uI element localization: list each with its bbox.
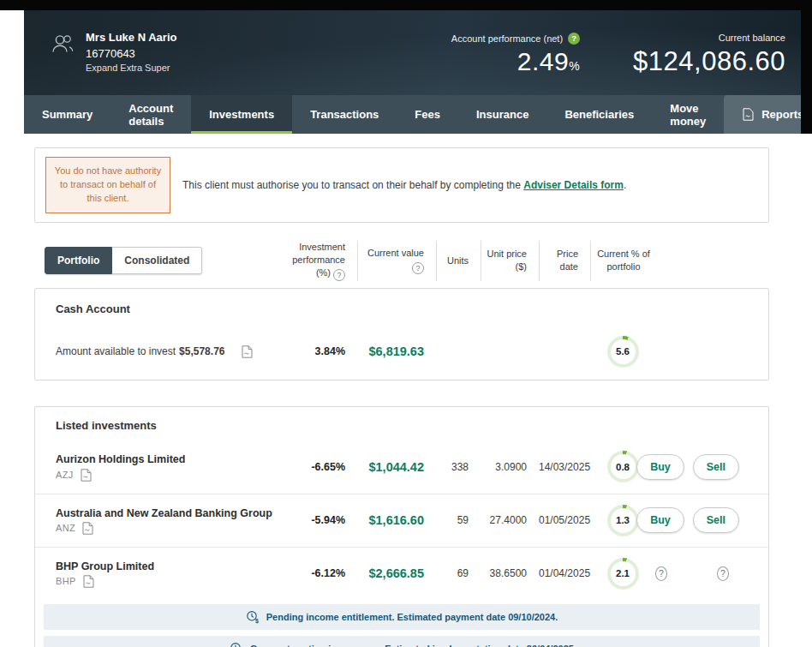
column-header-units: Units [437, 241, 481, 281]
cash-current-value: $6,819.63 [357, 344, 436, 358]
corporate-action-notice: $ Corporate action in progress. Estimate… [44, 636, 760, 647]
account-number: 16770643 [86, 46, 176, 63]
performance-unit: % [569, 59, 580, 73]
reports-button[interactable]: Reports [724, 95, 812, 134]
column-header-portfolio-pct: Current % of portfolio [591, 241, 656, 281]
sell-button[interactable]: Sell [693, 507, 739, 533]
investment-document-icon[interactable] [83, 575, 94, 588]
tab-investments[interactable]: Investments [191, 95, 292, 134]
available-to-invest: Amount available to invest $5,578.76 [45, 345, 284, 358]
account-performance-block: Account performance (net) ? 2.49% [451, 30, 580, 76]
portfolio-pct-donut: 2.1 [607, 558, 639, 590]
column-header-current-value: Current value? [358, 241, 437, 281]
product-name: Expand Extra Super [86, 62, 176, 75]
adviser-details-form-link[interactable]: Adviser Details form [523, 179, 624, 191]
column-header-performance: Investment performance (%)? [284, 241, 358, 281]
current-value-column-help-icon[interactable]: ? [412, 262, 424, 274]
investment-price-date: 14/03/2025 [539, 461, 590, 473]
investment-value: $2,666.85 [357, 566, 436, 580]
tab-insurance[interactable]: Insurance [458, 95, 546, 134]
investment-units: 69 [436, 567, 481, 579]
balance-label: Current balance [719, 33, 785, 43]
investment-unit-price: 3.0900 [481, 461, 539, 473]
investment-units: 59 [436, 514, 481, 526]
investment-price-date: 01/04/2025 [539, 567, 590, 579]
investment-performance: -6.65% [284, 461, 357, 473]
authority-message: This client must authorise you to transa… [182, 179, 626, 191]
available-amount: $5,578.76 [179, 345, 224, 357]
tab-account-details[interactable]: Account details [110, 95, 191, 134]
reports-label: Reports [761, 108, 803, 121]
investment-code: ANZ [56, 521, 75, 536]
investment-code: AZJ [56, 468, 74, 482]
tab-move-money[interactable]: Move money [652, 95, 724, 134]
authority-notice-card: You do not have authority to transact on… [34, 147, 769, 223]
column-header-price-date: Price date [540, 241, 591, 281]
listed-investments-title: Listed investments [35, 419, 768, 432]
investment-name: BHP Group Limited [56, 559, 284, 575]
portfolio-pct-donut: 1.3 [607, 505, 639, 536]
cash-account-title: Cash Account [45, 303, 758, 315]
client-name: Mrs Luke N Aario [86, 30, 176, 46]
investment-performance: -5.94% [284, 514, 357, 526]
authority-warning-badge: You do not have authority to transact on… [45, 157, 170, 213]
investment-price-date: 01/05/2025 [539, 514, 590, 526]
client-avatar-icon [50, 33, 75, 55]
consolidated-toggle-button[interactable]: Consolidated [112, 247, 202, 274]
investment-name: Aurizon Holdings Limited [56, 452, 284, 468]
buy-button[interactable]: Buy [636, 454, 684, 480]
report-document-icon [743, 108, 754, 121]
cash-account-card: Cash Account Amount available to invest … [34, 288, 769, 380]
investment-units: 338 [436, 461, 481, 473]
client-summary: Mrs Luke N Aario 16770643 Expand Extra S… [50, 30, 176, 76]
investment-unit-price: 27.4000 [481, 514, 539, 526]
cash-document-icon[interactable] [242, 345, 253, 358]
tab-transactions[interactable]: Transactions [292, 95, 397, 134]
investment-row-aurizon: Aurizon Holdings Limited AZJ -6.65% [35, 440, 768, 494]
pending-income-clock-icon: $ [246, 610, 260, 624]
column-header-unit-price: Unit price ($) [481, 241, 540, 281]
performance-value: 2.49 [517, 47, 569, 75]
investment-row-anz: Australia and New Zealand Banking Group … [35, 494, 768, 547]
current-balance-block: Current balance $124,086.60 [633, 29, 785, 77]
tab-beneficiaries[interactable]: Beneficiaries [546, 95, 652, 134]
column-header-actions [656, 241, 759, 281]
balance-value: $124,086.60 [633, 46, 785, 77]
investment-value: $1,044.42 [357, 460, 436, 474]
cash-portfolio-pct-donut: 5.6 [607, 336, 639, 368]
investment-performance: -6.12% [284, 567, 357, 579]
portfolio-toggle-button[interactable]: Portfolio [45, 247, 112, 274]
investments-table-header: Portfolio Consolidated Investment perfor… [34, 241, 769, 281]
sell-unavailable-help-icon[interactable]: ? [717, 566, 729, 581]
buy-unavailable-help-icon[interactable]: ? [655, 566, 667, 581]
investment-code: BHP [56, 574, 76, 589]
svg-text:$: $ [255, 618, 259, 624]
corporate-action-clock-icon: $ [230, 642, 243, 647]
performance-column-help-icon[interactable]: ? [333, 269, 345, 281]
pending-income-notice: $ Pending income entitlement. Estimated … [44, 604, 760, 630]
top-black-strip [0, 0, 812, 10]
portfolio-pct-donut: 0.8 [607, 451, 639, 482]
right-black-strip [801, 0, 812, 134]
sell-button[interactable]: Sell [693, 454, 739, 480]
investment-document-icon[interactable] [81, 469, 92, 482]
investment-row-bhp: BHP Group Limited BHP -6.12% $2,66 [35, 547, 768, 600]
listed-investments-card: Listed investments Aurizon Holdings Limi… [34, 406, 769, 647]
tab-summary[interactable]: Summary [24, 95, 110, 134]
investment-unit-price: 38.6500 [481, 567, 539, 579]
performance-label: Account performance (net) [451, 33, 563, 44]
view-toggle: Portfolio Consolidated [45, 247, 284, 274]
tab-fees[interactable]: Fees [397, 95, 458, 134]
investment-document-icon[interactable] [82, 522, 93, 535]
main-tab-bar: Summary Account details Investments Tran… [24, 95, 801, 134]
cash-performance: 3.84% [284, 345, 357, 357]
performance-help-icon[interactable]: ? [568, 33, 580, 45]
investment-name: Australia and New Zealand Banking Group [56, 506, 284, 522]
investment-value: $1,616.60 [357, 513, 436, 527]
buy-button[interactable]: Buy [636, 507, 684, 533]
account-hero-banner: Mrs Luke N Aario 16770643 Expand Extra S… [24, 10, 801, 95]
